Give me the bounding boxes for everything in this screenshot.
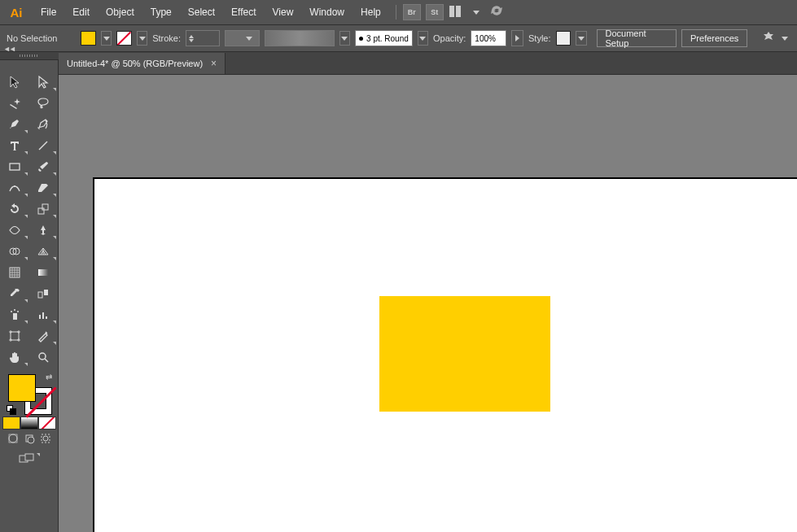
color-mode-gradient[interactable] [20, 416, 38, 430]
selection-tool[interactable] [0, 72, 29, 93]
fill-swatch[interactable] [81, 31, 96, 46]
rotate-tool[interactable] [0, 198, 29, 220]
menu-select[interactable]: Select [180, 2, 223, 22]
graphic-style-swatch[interactable] [556, 31, 571, 46]
shape-builder-tool[interactable] [0, 241, 29, 262]
style-dropdown[interactable] [576, 31, 586, 46]
stroke-dropdown[interactable] [137, 31, 147, 46]
eyedropper-tool[interactable] [0, 283, 29, 304]
menu-window[interactable]: Window [301, 2, 353, 22]
svg-point-15 [17, 311, 19, 312]
line-segment-tool[interactable] [29, 135, 59, 156]
svg-rect-9 [38, 269, 48, 276]
scale-tool[interactable] [29, 198, 59, 220]
opacity-label: Opacity: [433, 33, 466, 43]
free-transform-tool[interactable] [29, 220, 59, 241]
menu-object[interactable]: Object [98, 2, 142, 22]
stock-button[interactable]: St [426, 4, 444, 20]
pen-tool[interactable] [0, 114, 29, 135]
menu-file[interactable]: File [33, 2, 64, 22]
gradient-tool[interactable] [29, 262, 59, 283]
tools-collapse-grip[interactable]: ◄◄ [0, 52, 59, 60]
document-setup-button[interactable]: Document Setup [597, 29, 677, 47]
tools-panel: ⇄ [0, 60, 59, 532]
svg-point-20 [39, 353, 46, 360]
arrange-dropdown-icon[interactable] [473, 11, 480, 15]
svg-line-21 [45, 359, 48, 362]
direct-selection-tool[interactable] [29, 72, 59, 93]
svg-point-14 [14, 309, 15, 311]
svg-rect-10 [38, 292, 42, 298]
curvature-tool[interactable] [29, 114, 59, 135]
bridge-button[interactable]: Br [403, 4, 421, 20]
magic-wand-tool[interactable] [0, 93, 29, 114]
svg-point-13 [11, 311, 12, 312]
slice-tool[interactable] [29, 325, 59, 347]
menu-type[interactable]: Type [142, 2, 180, 22]
hand-tool[interactable] [0, 347, 29, 368]
preferences-button[interactable]: Preferences [681, 29, 747, 47]
artboard-tool[interactable] [0, 325, 29, 347]
stroke-weight-field[interactable] [186, 30, 220, 46]
eraser-tool[interactable] [29, 177, 59, 198]
svg-rect-12 [13, 313, 17, 320]
symbol-sprayer-tool[interactable] [0, 304, 29, 325]
menu-view[interactable]: View [265, 2, 302, 22]
mesh-tool[interactable] [0, 262, 29, 283]
shaper-tool[interactable] [0, 177, 29, 198]
menu-bar: Ai File Edit Object Type Select Effect V… [0, 0, 797, 24]
blend-tool[interactable] [29, 283, 59, 304]
brush-dropdown[interactable] [339, 31, 350, 46]
svg-rect-4 [38, 208, 44, 214]
draw-mode-row [0, 433, 58, 447]
stroke-swatch[interactable] [116, 31, 132, 46]
lasso-tool[interactable] [29, 93, 59, 114]
menu-help[interactable]: Help [353, 2, 389, 22]
default-fill-stroke-icon[interactable] [7, 405, 16, 415]
svg-rect-16 [39, 315, 41, 319]
paintbrush-tool[interactable] [29, 156, 59, 177]
rectangle-tool[interactable] [0, 156, 29, 177]
variable-width-profile[interactable] [225, 30, 260, 46]
stroke-label: Stroke: [152, 33, 181, 43]
yellow-rectangle-shape[interactable] [379, 296, 550, 412]
menu-effect[interactable]: Effect [223, 2, 264, 22]
arrange-documents-icon[interactable] [449, 5, 466, 20]
selection-status: No Selection [7, 33, 57, 43]
draw-inside-icon[interactable] [40, 433, 51, 447]
perspective-grid-tool[interactable] [29, 241, 59, 262]
opacity-more[interactable] [511, 30, 523, 46]
panel-menu-dropdown[interactable] [780, 31, 790, 46]
screen-mode-icon[interactable] [0, 453, 58, 464]
svg-rect-5 [42, 204, 48, 210]
brush-definition[interactable] [265, 30, 335, 46]
brush-preset-field[interactable]: 3 pt. Round [355, 30, 413, 46]
collapse-arrows-icon: ◄◄ [3, 45, 15, 53]
fill-box[interactable] [8, 374, 36, 402]
canvas-area[interactable] [59, 75, 797, 532]
artboard[interactable] [93, 177, 797, 532]
panel-menu-icon[interactable] [762, 31, 775, 46]
swap-fill-stroke-icon[interactable]: ⇄ [46, 373, 52, 382]
column-graph-tool[interactable] [29, 304, 59, 325]
type-tool[interactable] [0, 135, 29, 156]
document-tab[interactable]: Untitled-4* @ 50% (RGB/Preview) × [59, 53, 226, 74]
color-mode-none[interactable] [38, 416, 56, 430]
svg-marker-0 [764, 32, 773, 40]
opacity-field[interactable]: 100% [471, 30, 506, 46]
draw-normal-icon[interactable] [7, 433, 19, 447]
document-tab-bar: Untitled-4* @ 50% (RGB/Preview) × [59, 52, 797, 75]
zoom-tool[interactable] [29, 347, 59, 368]
close-tab-icon[interactable]: × [211, 58, 217, 69]
fill-dropdown[interactable] [101, 31, 112, 46]
svg-rect-18 [46, 316, 47, 319]
separator [396, 5, 396, 20]
brush-preset-dropdown[interactable] [418, 31, 428, 46]
svg-point-27 [43, 436, 48, 441]
width-tool[interactable] [0, 220, 29, 241]
sync-settings-icon[interactable] [489, 4, 504, 20]
fill-stroke-indicator[interactable]: ⇄ [7, 373, 52, 415]
menu-edit[interactable]: Edit [64, 2, 98, 22]
color-mode-solid[interactable] [2, 416, 20, 430]
draw-behind-icon[interactable] [24, 433, 35, 447]
